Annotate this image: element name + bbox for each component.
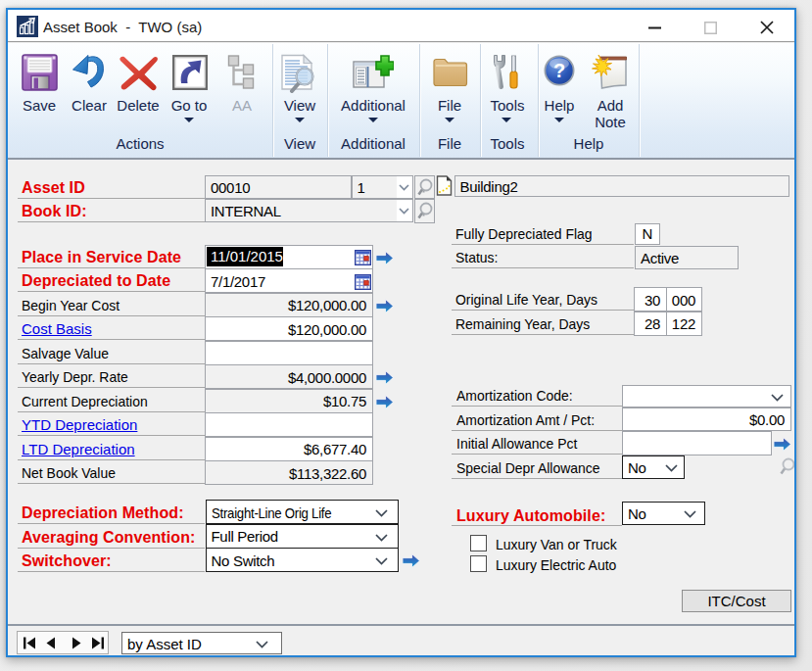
svg-text:?: ? xyxy=(553,60,565,81)
